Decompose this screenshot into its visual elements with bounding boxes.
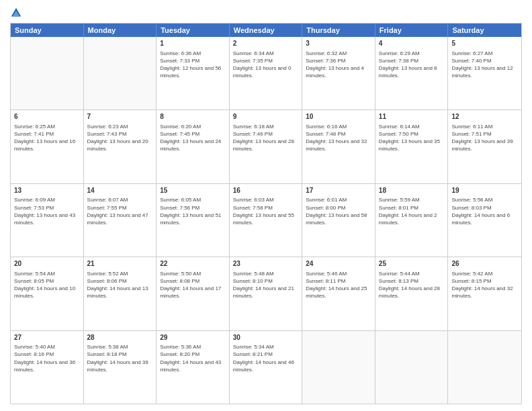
day-cell-16: 16Sunrise: 6:03 AM Sunset: 7:58 PM Dayli… xyxy=(230,184,303,257)
day-header-saturday: Saturday xyxy=(448,24,521,37)
day-cell-24: 24Sunrise: 5:46 AM Sunset: 8:11 PM Dayli… xyxy=(302,257,375,330)
day-header-friday: Friday xyxy=(375,24,449,37)
day-info: Sunrise: 6:01 AM Sunset: 8:00 PM Dayligh… xyxy=(306,196,371,226)
logo-icon xyxy=(10,7,22,19)
day-cell-2: 2Sunrise: 6:34 AM Sunset: 7:35 PM Daylig… xyxy=(230,37,303,109)
day-info: Sunrise: 6:05 AM Sunset: 7:56 PM Dayligh… xyxy=(160,196,226,226)
day-header-sunday: Sunday xyxy=(11,24,84,37)
day-cell-5: 5Sunrise: 6:27 AM Sunset: 7:40 PM Daylig… xyxy=(448,37,521,109)
day-number: 14 xyxy=(87,186,153,195)
day-header-monday: Monday xyxy=(84,24,157,37)
calendar-header-row: SundayMondayTuesdayWednesdayThursdayFrid… xyxy=(11,24,521,37)
day-info: Sunrise: 6:27 AM Sunset: 7:40 PM Dayligh… xyxy=(451,50,518,80)
day-cell-1: 1Sunrise: 6:36 AM Sunset: 7:33 PM Daylig… xyxy=(157,37,230,109)
day-info: Sunrise: 5:44 AM Sunset: 8:13 PM Dayligh… xyxy=(379,270,445,300)
day-cell-6: 6Sunrise: 6:25 AM Sunset: 7:41 PM Daylig… xyxy=(11,110,84,183)
day-info: Sunrise: 6:23 AM Sunset: 7:43 PM Dayligh… xyxy=(87,123,153,153)
day-header-wednesday: Wednesday xyxy=(230,24,303,37)
day-info: Sunrise: 5:38 AM Sunset: 8:18 PM Dayligh… xyxy=(87,343,153,373)
day-info: Sunrise: 5:54 AM Sunset: 8:05 PM Dayligh… xyxy=(14,270,80,300)
calendar-row-5: 27Sunrise: 5:40 AM Sunset: 8:16 PM Dayli… xyxy=(11,330,521,404)
day-info: Sunrise: 6:11 AM Sunset: 7:51 PM Dayligh… xyxy=(451,123,518,153)
day-number: 13 xyxy=(14,186,80,195)
day-number: 23 xyxy=(233,259,299,269)
day-cell-28: 28Sunrise: 5:38 AM Sunset: 8:18 PM Dayli… xyxy=(84,331,157,404)
day-number: 1 xyxy=(160,39,226,48)
day-number: 2 xyxy=(233,39,299,48)
day-info: Sunrise: 6:25 AM Sunset: 7:41 PM Dayligh… xyxy=(14,123,80,153)
day-cell-15: 15Sunrise: 6:05 AM Sunset: 7:56 PM Dayli… xyxy=(157,184,230,257)
day-cell-11: 11Sunrise: 6:14 AM Sunset: 7:50 PM Dayli… xyxy=(375,110,449,183)
day-cell-empty xyxy=(448,331,521,404)
day-cell-27: 27Sunrise: 5:40 AM Sunset: 8:16 PM Dayli… xyxy=(11,331,84,404)
logo xyxy=(10,7,25,19)
calendar-body: 1Sunrise: 6:36 AM Sunset: 7:33 PM Daylig… xyxy=(11,37,521,404)
day-cell-7: 7Sunrise: 6:23 AM Sunset: 7:43 PM Daylig… xyxy=(84,110,157,183)
day-number: 4 xyxy=(379,39,445,48)
day-number: 15 xyxy=(160,186,226,195)
day-number: 19 xyxy=(451,186,518,195)
calendar-row-4: 20Sunrise: 5:54 AM Sunset: 8:05 PM Dayli… xyxy=(11,257,521,330)
day-number: 20 xyxy=(14,259,80,269)
day-number: 7 xyxy=(87,112,153,122)
day-info: Sunrise: 6:32 AM Sunset: 7:36 PM Dayligh… xyxy=(306,50,371,80)
day-cell-empty xyxy=(302,331,375,404)
day-number: 16 xyxy=(233,186,299,195)
day-number: 24 xyxy=(306,259,371,269)
day-cell-empty xyxy=(11,37,84,109)
day-info: Sunrise: 6:18 AM Sunset: 7:46 PM Dayligh… xyxy=(233,123,299,153)
day-number: 17 xyxy=(306,186,371,195)
day-cell-9: 9Sunrise: 6:18 AM Sunset: 7:46 PM Daylig… xyxy=(230,110,303,183)
day-info: Sunrise: 6:07 AM Sunset: 7:55 PM Dayligh… xyxy=(87,196,153,226)
day-number: 25 xyxy=(379,259,445,269)
day-info: Sunrise: 5:56 AM Sunset: 8:03 PM Dayligh… xyxy=(451,196,518,226)
calendar-row-2: 6Sunrise: 6:25 AM Sunset: 7:41 PM Daylig… xyxy=(11,109,521,183)
day-number: 5 xyxy=(451,39,518,48)
day-cell-29: 29Sunrise: 5:36 AM Sunset: 8:20 PM Dayli… xyxy=(157,331,230,404)
day-number: 26 xyxy=(451,259,518,269)
header xyxy=(10,7,522,19)
day-number: 11 xyxy=(379,112,445,122)
day-cell-26: 26Sunrise: 5:42 AM Sunset: 8:15 PM Dayli… xyxy=(448,257,521,330)
day-info: Sunrise: 5:52 AM Sunset: 8:06 PM Dayligh… xyxy=(87,270,153,300)
day-info: Sunrise: 5:36 AM Sunset: 8:20 PM Dayligh… xyxy=(160,343,226,373)
day-info: Sunrise: 6:34 AM Sunset: 7:35 PM Dayligh… xyxy=(233,50,299,80)
day-cell-20: 20Sunrise: 5:54 AM Sunset: 8:05 PM Dayli… xyxy=(11,257,84,330)
calendar: SundayMondayTuesdayWednesdayThursdayFrid… xyxy=(10,23,522,404)
day-number: 22 xyxy=(160,259,226,269)
day-number: 28 xyxy=(87,333,153,342)
day-info: Sunrise: 6:29 AM Sunset: 7:38 PM Dayligh… xyxy=(379,50,445,80)
day-number: 8 xyxy=(160,112,226,122)
day-info: Sunrise: 6:20 AM Sunset: 7:45 PM Dayligh… xyxy=(160,123,226,153)
day-info: Sunrise: 6:09 AM Sunset: 7:53 PM Dayligh… xyxy=(14,196,80,226)
calendar-row-3: 13Sunrise: 6:09 AM Sunset: 7:53 PM Dayli… xyxy=(11,183,521,257)
day-number: 10 xyxy=(306,112,371,122)
day-cell-17: 17Sunrise: 6:01 AM Sunset: 8:00 PM Dayli… xyxy=(302,184,375,257)
day-cell-14: 14Sunrise: 6:07 AM Sunset: 7:55 PM Dayli… xyxy=(84,184,157,257)
day-info: Sunrise: 5:59 AM Sunset: 8:01 PM Dayligh… xyxy=(379,196,445,226)
day-info: Sunrise: 5:34 AM Sunset: 8:21 PM Dayligh… xyxy=(233,343,299,373)
day-info: Sunrise: 5:50 AM Sunset: 8:08 PM Dayligh… xyxy=(160,270,226,300)
page: SundayMondayTuesdayWednesdayThursdayFrid… xyxy=(0,0,532,411)
day-cell-empty xyxy=(375,331,449,404)
day-cell-22: 22Sunrise: 5:50 AM Sunset: 8:08 PM Dayli… xyxy=(157,257,230,330)
day-number: 12 xyxy=(451,112,518,122)
day-info: Sunrise: 5:42 AM Sunset: 8:15 PM Dayligh… xyxy=(451,270,518,300)
day-info: Sunrise: 6:36 AM Sunset: 7:33 PM Dayligh… xyxy=(160,50,226,80)
day-cell-18: 18Sunrise: 5:59 AM Sunset: 8:01 PM Dayli… xyxy=(375,184,449,257)
day-cell-8: 8Sunrise: 6:20 AM Sunset: 7:45 PM Daylig… xyxy=(157,110,230,183)
day-info: Sunrise: 5:46 AM Sunset: 8:11 PM Dayligh… xyxy=(306,270,371,300)
day-cell-4: 4Sunrise: 6:29 AM Sunset: 7:38 PM Daylig… xyxy=(375,37,449,109)
day-number: 21 xyxy=(87,259,153,269)
day-cell-13: 13Sunrise: 6:09 AM Sunset: 7:53 PM Dayli… xyxy=(11,184,84,257)
day-cell-21: 21Sunrise: 5:52 AM Sunset: 8:06 PM Dayli… xyxy=(84,257,157,330)
day-cell-empty xyxy=(84,37,157,109)
day-number: 9 xyxy=(233,112,299,122)
day-info: Sunrise: 6:03 AM Sunset: 7:58 PM Dayligh… xyxy=(233,196,299,226)
day-info: Sunrise: 5:48 AM Sunset: 8:10 PM Dayligh… xyxy=(233,270,299,300)
day-info: Sunrise: 5:40 AM Sunset: 8:16 PM Dayligh… xyxy=(14,343,80,373)
day-cell-12: 12Sunrise: 6:11 AM Sunset: 7:51 PM Dayli… xyxy=(448,110,521,183)
day-number: 30 xyxy=(233,333,299,342)
day-number: 27 xyxy=(14,333,80,342)
day-cell-19: 19Sunrise: 5:56 AM Sunset: 8:03 PM Dayli… xyxy=(448,184,521,257)
